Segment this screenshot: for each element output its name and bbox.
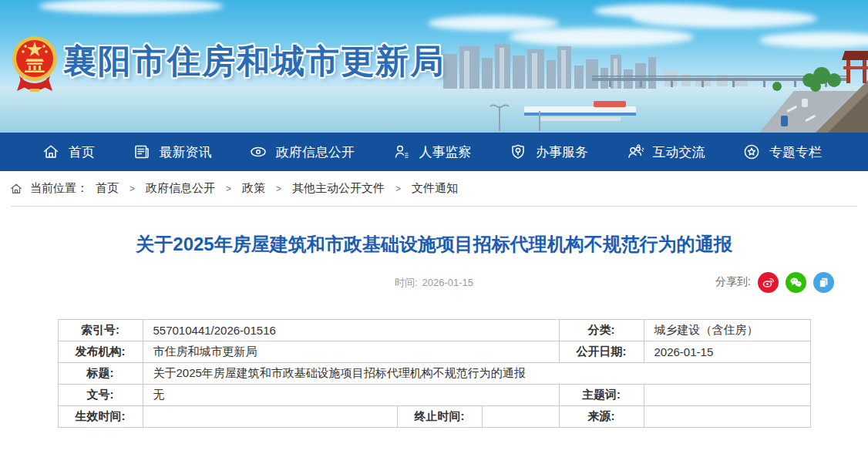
nav-item-home[interactable]: 首页 bbox=[42, 143, 95, 161]
breadcrumb-divider bbox=[11, 206, 857, 207]
breadcrumb-location-label: 当前位置： bbox=[30, 181, 88, 196]
keywords-value bbox=[644, 385, 810, 406]
agency-value: 市住房和城市更新局 bbox=[143, 341, 559, 363]
table-row: 索引号: 557010441/2026-01516 分类: 城乡建设（含住房） bbox=[58, 320, 810, 341]
nav-item-label: 政府信息公开 bbox=[276, 143, 355, 161]
table-row: 标题: 关于2025年房屋建筑和市政基础设施项目招标代理机构不规范行为的通报 bbox=[58, 363, 810, 385]
effective-date-value bbox=[143, 406, 397, 428]
breadcrumb-item-gov-info[interactable]: 政府信息公开 bbox=[146, 181, 215, 196]
table-row: 发布机构: 市住房和城市更新局 公开日期: 2026-01-15 bbox=[58, 341, 810, 363]
breadcrumb-separator: > bbox=[395, 183, 401, 194]
source-value bbox=[644, 406, 810, 428]
keywords-label: 主题词: bbox=[559, 385, 644, 406]
nav-item-services[interactable]: 办事服务 bbox=[509, 143, 588, 161]
home-icon bbox=[9, 182, 23, 196]
breadcrumb-item-document-notice[interactable]: 文件通知 bbox=[412, 181, 458, 196]
table-row: 文号: 无 主题词: bbox=[58, 385, 810, 406]
publish-date-label: 公开日期: bbox=[559, 341, 644, 363]
nav-item-interaction[interactable]: 互动交流 bbox=[626, 143, 705, 161]
nav-item-label: 专题专栏 bbox=[769, 143, 822, 161]
site-title: 襄阳市住房和城市更新局 bbox=[63, 39, 445, 84]
wechat-share-icon[interactable] bbox=[786, 272, 806, 293]
breadcrumb-item-policy[interactable]: 政策 bbox=[242, 181, 265, 196]
share-label: 分享到: bbox=[715, 275, 751, 289]
document-info-table: 索引号: 557010441/2026-01516 分类: 城乡建设（含住房） … bbox=[58, 319, 811, 428]
person-list-icon bbox=[392, 143, 411, 161]
table-row: 生效时间: 终止时间: 来源: bbox=[58, 406, 810, 428]
copy-share-icon[interactable] bbox=[813, 272, 834, 293]
doc-no-label: 文号: bbox=[58, 385, 143, 406]
nav-item-label: 人事监察 bbox=[419, 143, 472, 161]
expiry-date-label: 终止时间: bbox=[397, 406, 482, 428]
share-box: 分享到: bbox=[715, 271, 834, 293]
article-meta-row: 时间:2026-01-15 分享到: bbox=[0, 271, 868, 294]
doc-title-value: 关于2025年房屋建筑和市政基础设施项目招标代理机构不规范行为的通报 bbox=[143, 363, 810, 385]
category-label: 分类: bbox=[559, 320, 644, 341]
breadcrumb-item-other-public-docs[interactable]: 其他主动公开文件 bbox=[292, 181, 385, 196]
effective-date-label: 生效时间: bbox=[58, 406, 143, 428]
source-label: 来源: bbox=[559, 406, 644, 428]
china-national-emblem-icon bbox=[10, 31, 59, 102]
nav-item-personnel[interactable]: 人事监察 bbox=[392, 143, 472, 161]
category-value: 城乡建设（含住房） bbox=[644, 320, 810, 341]
time-value: 2026-01-15 bbox=[422, 277, 474, 288]
agency-label: 发布机构: bbox=[58, 341, 143, 363]
time-label: 时间: bbox=[395, 277, 418, 288]
doc-title-label: 标题: bbox=[58, 363, 143, 385]
breadcrumb-separator: > bbox=[226, 183, 231, 194]
nav-item-label: 互动交流 bbox=[653, 143, 705, 161]
eye-icon bbox=[249, 143, 267, 161]
nav-item-news[interactable]: 最新资讯 bbox=[133, 143, 212, 161]
index-no-value: 557010441/2026-01516 bbox=[143, 320, 559, 341]
index-no-label: 索引号: bbox=[58, 320, 143, 341]
article-main: 关于2025年房屋建筑和市政基础设施项目招标代理机构不规范行为的通报 时间:20… bbox=[0, 232, 868, 428]
nav-item-label: 办事服务 bbox=[536, 143, 588, 161]
breadcrumb: 当前位置： 首页 > 政府信息公开 > 政策 > 其他主动公开文件 > 文件通知 bbox=[0, 171, 868, 206]
nav-item-label: 最新资讯 bbox=[160, 143, 212, 161]
shield-badge-icon bbox=[509, 143, 527, 161]
nav-item-special-columns[interactable]: 专题专栏 bbox=[742, 143, 822, 161]
publish-date-value: 2026-01-15 bbox=[644, 341, 810, 363]
site-banner: 襄阳市住房和城市更新局 bbox=[0, 0, 868, 133]
doc-no-value: 无 bbox=[143, 385, 559, 406]
main-navbar: 首页 最新资讯 政府信息公开 人事监察 bbox=[0, 133, 868, 171]
star-circle-icon bbox=[742, 143, 761, 161]
expiry-date-value bbox=[482, 406, 559, 428]
page-title: 关于2025年房屋建筑和市政基础设施项目招标代理机构不规范行为的通报 bbox=[39, 232, 829, 257]
home-icon bbox=[42, 143, 60, 161]
people-discussion-icon bbox=[626, 143, 644, 161]
weibo-share-icon[interactable] bbox=[758, 272, 779, 293]
news-icon bbox=[133, 143, 151, 161]
breadcrumb-separator: > bbox=[276, 183, 281, 194]
nav-item-gov-info[interactable]: 政府信息公开 bbox=[249, 143, 355, 161]
nav-item-label: 首页 bbox=[69, 143, 95, 161]
breadcrumb-item-home[interactable]: 首页 bbox=[96, 181, 119, 196]
breadcrumb-separator: > bbox=[130, 183, 135, 194]
